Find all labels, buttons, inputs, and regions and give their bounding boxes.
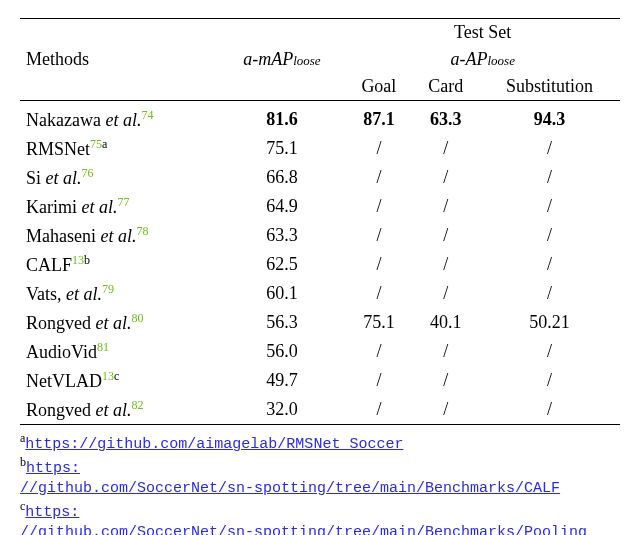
value-cell: 75.1 bbox=[218, 134, 345, 163]
method-cell: CALF13b bbox=[20, 250, 218, 279]
value-cell: 63.3 bbox=[218, 221, 345, 250]
method-etal: et al. bbox=[100, 226, 136, 246]
footnote-c-link-1[interactable]: //github.com/SoccerNet/sn-spotting/tree/… bbox=[20, 524, 587, 535]
table-row: Karimi et al.7764.9/// bbox=[20, 192, 620, 221]
footnote-a-link[interactable]: https://github.com/aimagelab/RMSNet_Socc… bbox=[25, 436, 403, 453]
value-cell: 87.1 bbox=[345, 105, 412, 134]
value-cell: / bbox=[412, 279, 479, 308]
value-cell: / bbox=[412, 192, 479, 221]
footnote-c-link-0[interactable]: https: bbox=[25, 504, 79, 521]
table-row: Si et al.7666.8/// bbox=[20, 163, 620, 192]
footnote-c: chttps: //github.com/SoccerNet/sn-spotti… bbox=[20, 499, 620, 536]
value-cell: / bbox=[479, 337, 620, 366]
method-etal: et al. bbox=[46, 168, 82, 188]
method-name: CALF bbox=[26, 255, 72, 275]
value-cell: / bbox=[345, 279, 412, 308]
value-cell: / bbox=[412, 366, 479, 395]
value-cell: 40.1 bbox=[412, 308, 479, 337]
value-cell: / bbox=[345, 366, 412, 395]
footnotes: ahttps://github.com/aimagelab/RMSNet_Soc… bbox=[20, 431, 620, 535]
method-etal: et al. bbox=[96, 313, 132, 333]
header-amap: a-mAPloose bbox=[218, 19, 345, 101]
table-row: RMSNet75a75.1/// bbox=[20, 134, 620, 163]
value-cell: / bbox=[479, 279, 620, 308]
method-name: Rongved bbox=[26, 313, 96, 333]
citation-ref[interactable]: 79 bbox=[102, 282, 114, 296]
footnote-b: bhttps: //github.com/SoccerNet/sn-spotti… bbox=[20, 455, 620, 499]
value-cell: 56.3 bbox=[218, 308, 345, 337]
value-cell: / bbox=[345, 395, 412, 425]
method-name: NetVLAD bbox=[26, 371, 102, 391]
value-cell: / bbox=[479, 221, 620, 250]
method-cell: Mahaseni et al.78 bbox=[20, 221, 218, 250]
method-etal: et al. bbox=[105, 110, 141, 130]
method-cell: Rongved et al.80 bbox=[20, 308, 218, 337]
citation-ref[interactable]: 77 bbox=[118, 195, 130, 209]
footnote-b-link-0[interactable]: https: bbox=[26, 460, 80, 477]
footnote-b-link-1[interactable]: //github.com/SoccerNet/sn-spotting/tree/… bbox=[20, 480, 560, 497]
method-cell: Nakazawa et al.74 bbox=[20, 105, 218, 134]
header-methods: Methods bbox=[20, 19, 218, 101]
method-etal: et al. bbox=[96, 400, 132, 420]
method-etal: et al. bbox=[66, 284, 102, 304]
footnote-mark: b bbox=[84, 253, 90, 267]
table-row: Mahaseni et al.7863.3/// bbox=[20, 221, 620, 250]
citation-ref[interactable]: 13 bbox=[72, 253, 84, 267]
value-cell: / bbox=[345, 221, 412, 250]
value-cell: 56.0 bbox=[218, 337, 345, 366]
value-cell: / bbox=[345, 163, 412, 192]
table-row: NetVLAD13c49.7/// bbox=[20, 366, 620, 395]
citation-ref[interactable]: 74 bbox=[141, 108, 153, 122]
header-testset: Test Set bbox=[345, 19, 620, 47]
citation-ref[interactable]: 82 bbox=[132, 398, 144, 412]
method-cell: Si et al.76 bbox=[20, 163, 218, 192]
value-cell: / bbox=[412, 337, 479, 366]
method-name: AudioVid bbox=[26, 342, 97, 362]
value-cell: / bbox=[479, 134, 620, 163]
citation-ref[interactable]: 75 bbox=[90, 137, 102, 151]
value-cell: / bbox=[345, 337, 412, 366]
table-row: Vats, et al.7960.1/// bbox=[20, 279, 620, 308]
table-wrapper: Methods a-mAPloose Test Set a-APloose Go… bbox=[0, 0, 640, 535]
method-cell: RMSNet75a bbox=[20, 134, 218, 163]
value-cell: 81.6 bbox=[218, 105, 345, 134]
citation-ref[interactable]: 80 bbox=[132, 311, 144, 325]
header-card: Card bbox=[412, 73, 479, 101]
header-aap: a-APloose bbox=[345, 46, 620, 73]
table-row: Rongved et al.8056.375.140.150.21 bbox=[20, 308, 620, 337]
header-sub: Substitution bbox=[479, 73, 620, 101]
citation-ref[interactable]: 13 bbox=[102, 369, 114, 383]
value-cell: 50.21 bbox=[479, 308, 620, 337]
value-cell: 32.0 bbox=[218, 395, 345, 425]
value-cell: / bbox=[412, 221, 479, 250]
method-name: Nakazawa bbox=[26, 110, 105, 130]
method-cell: Vats, et al.79 bbox=[20, 279, 218, 308]
value-cell: 94.3 bbox=[479, 105, 620, 134]
value-cell: / bbox=[345, 134, 412, 163]
method-name: Si bbox=[26, 168, 46, 188]
method-cell: Rongved et al.82 bbox=[20, 395, 218, 425]
header-row-1: Methods a-mAPloose Test Set bbox=[20, 19, 620, 47]
footnote-a: ahttps://github.com/aimagelab/RMSNet_Soc… bbox=[20, 431, 620, 455]
value-cell: 64.9 bbox=[218, 192, 345, 221]
citation-ref[interactable]: 76 bbox=[82, 166, 94, 180]
results-table: Methods a-mAPloose Test Set a-APloose Go… bbox=[20, 18, 620, 425]
method-name: Mahaseni bbox=[26, 226, 100, 246]
value-cell: / bbox=[479, 250, 620, 279]
table-row: Nakazawa et al.7481.687.163.394.3 bbox=[20, 105, 620, 134]
value-cell: / bbox=[479, 163, 620, 192]
value-cell: 60.1 bbox=[218, 279, 345, 308]
method-name: Karimi bbox=[26, 197, 82, 217]
value-cell: / bbox=[345, 250, 412, 279]
value-cell: / bbox=[479, 192, 620, 221]
value-cell: / bbox=[479, 395, 620, 425]
method-name: RMSNet bbox=[26, 139, 90, 159]
citation-ref[interactable]: 78 bbox=[136, 224, 148, 238]
method-name: Vats, bbox=[26, 284, 66, 304]
value-cell: 62.5 bbox=[218, 250, 345, 279]
value-cell: / bbox=[412, 134, 479, 163]
value-cell: / bbox=[412, 250, 479, 279]
value-cell: / bbox=[479, 366, 620, 395]
citation-ref[interactable]: 81 bbox=[97, 340, 109, 354]
value-cell: / bbox=[412, 163, 479, 192]
